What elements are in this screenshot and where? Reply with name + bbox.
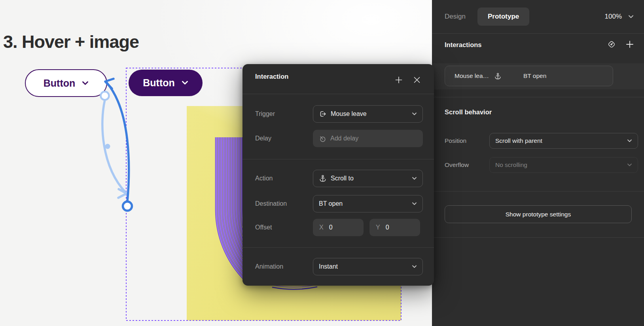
canvas-button-default[interactable]: Button (25, 69, 107, 97)
overflow-label: Overflow (445, 161, 489, 169)
offset-label: Offset (255, 224, 313, 231)
animation-label: Animation (255, 263, 313, 270)
canvas-button-default-label: Button (44, 78, 76, 89)
interactions-section-title: Interactions (445, 41, 482, 49)
interaction-list: Mouse lea… BT open (432, 63, 644, 89)
divider (242, 247, 434, 248)
interaction-flow-icon[interactable] (607, 40, 616, 49)
anchor-icon (494, 72, 502, 80)
offset-x-value: 0 (329, 224, 333, 231)
tab-prototype[interactable]: Prototype (477, 8, 529, 26)
action-dropdown[interactable]: Scroll to (313, 170, 423, 187)
position-label: Position (445, 137, 489, 144)
show-prototype-settings-button[interactable]: Show prototype settings (445, 205, 632, 223)
add-action-icon[interactable] (394, 75, 403, 85)
trigger-dropdown[interactable]: Mouse leave (313, 105, 423, 123)
modal-title: Interaction (255, 73, 288, 80)
divider (432, 191, 644, 191)
interaction-row[interactable]: Mouse lea… BT open (445, 66, 613, 86)
chevron-down-icon (412, 202, 417, 205)
action-label: Action (255, 175, 313, 182)
chevron-down-icon (628, 15, 634, 19)
delay-input[interactable]: Add delay (313, 130, 423, 147)
destination-value: BT open (319, 200, 343, 207)
position-value: Scroll with parent (495, 137, 542, 144)
canvas-button-hover-label: Button (143, 77, 175, 89)
trigger-value: Mouse leave (331, 110, 367, 118)
close-icon[interactable] (412, 75, 422, 85)
canvas-section-heading: 3. Hover + image (3, 32, 139, 52)
divider (432, 237, 644, 238)
divider (242, 159, 434, 159)
interaction-modal: Interaction Trigger Mouse leave Delay (242, 64, 434, 286)
chevron-down-icon (412, 265, 417, 268)
animation-dropdown[interactable]: Instant (313, 258, 423, 275)
tab-design[interactable]: Design (445, 13, 466, 21)
position-dropdown[interactable]: Scroll with parent (489, 133, 638, 149)
chevron-down-icon (182, 81, 188, 85)
interaction-row-destination: BT open (523, 72, 546, 80)
anchor-icon (319, 174, 327, 182)
timer-icon (318, 135, 326, 142)
action-value: Scroll to (331, 175, 354, 182)
delay-label: Delay (255, 135, 313, 142)
chevron-down-icon (627, 139, 632, 142)
panel-tab-bar: Design Prototype 100% (432, 0, 644, 34)
zoom-level: 100% (605, 13, 622, 21)
show-prototype-settings-label: Show prototype settings (506, 211, 571, 218)
chevron-down-icon (412, 177, 417, 180)
offset-y-value: 0 (386, 224, 389, 231)
divider (242, 94, 434, 94)
right-panel: Design Prototype 100% Interactions Mouse… (432, 0, 644, 326)
interaction-row-trigger: Mouse lea… (455, 72, 489, 80)
chevron-down-icon (627, 163, 632, 167)
zoom-menu[interactable]: 100% (605, 13, 634, 21)
mouse-leave-icon (319, 110, 327, 118)
overflow-dropdown[interactable]: No scrolling (489, 157, 638, 173)
destination-dropdown[interactable]: BT open (313, 195, 423, 212)
animation-value: Instant (319, 263, 338, 270)
offset-x-input[interactable]: X 0 (313, 219, 364, 236)
delay-placeholder: Add delay (330, 135, 358, 142)
offset-x-label: X (319, 224, 324, 231)
chevron-down-icon (82, 81, 89, 85)
destination-label: Destination (255, 200, 313, 207)
scroll-behavior-title: Scroll behavior (445, 108, 492, 116)
chevron-down-icon (412, 112, 417, 116)
canvas-button-hover[interactable]: Button (129, 70, 203, 96)
offset-y-label: Y (376, 224, 380, 231)
add-interaction-icon[interactable] (625, 40, 635, 49)
divider (432, 97, 644, 97)
trigger-label: Trigger (255, 110, 313, 118)
overflow-value: No scrolling (495, 161, 527, 169)
offset-y-input[interactable]: Y 0 (369, 219, 420, 236)
